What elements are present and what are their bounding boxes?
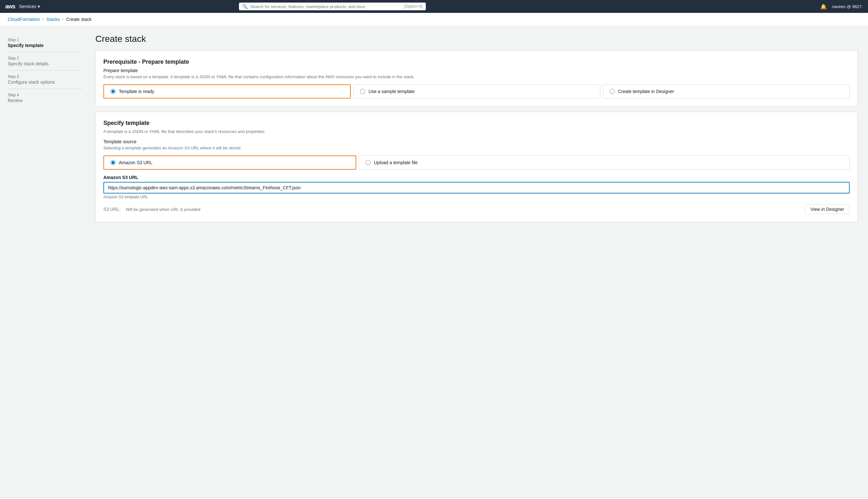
- source-label: Template source: [104, 139, 849, 144]
- page-title: Create stack: [95, 34, 858, 44]
- radio-sample-template[interactable]: [360, 89, 365, 94]
- option-upload[interactable]: Upload a template file: [359, 156, 849, 170]
- url-label: Amazon S3 URL: [104, 175, 849, 180]
- prerequisite-card: Prerequisite - Prepare template Prepare …: [95, 50, 858, 107]
- search-shortcut: [Option+S]: [404, 4, 423, 9]
- specify-template-title: Specify template: [104, 120, 849, 126]
- view-in-designer-button[interactable]: View in Designer: [805, 204, 849, 214]
- label-sample-template: Use a sample template: [369, 89, 414, 94]
- url-hint: Amazon S3 template URL: [104, 195, 849, 199]
- breadcrumb-stacks[interactable]: Stacks: [46, 17, 60, 22]
- breadcrumb-cloudformation[interactable]: CloudFormation: [8, 17, 40, 22]
- radio-template-ready[interactable]: [110, 89, 116, 94]
- radio-s3-url[interactable]: [110, 160, 116, 165]
- services-button[interactable]: Services ▾: [19, 4, 40, 9]
- source-hint: Selecting a template generates an Amazon…: [104, 146, 849, 150]
- breadcrumb-current: Create stack: [67, 17, 92, 22]
- sidebar-step-3: Step 3 Configure stack options: [8, 71, 83, 89]
- label-template-ready: Template is ready: [119, 89, 154, 94]
- bell-icon[interactable]: 🔔: [820, 3, 827, 10]
- sidebar-step-4: Step 4 Review: [8, 89, 83, 107]
- breadcrumb-sep-1: ›: [43, 17, 44, 22]
- aws-logo-text: aws: [5, 3, 15, 10]
- breadcrumb: CloudFormation › Stacks › Create stack: [0, 13, 868, 26]
- prepare-template-label: Prepare template: [104, 68, 849, 73]
- option-designer[interactable]: Create template in Designer: [603, 84, 849, 98]
- search-icon: 🔍: [242, 4, 248, 9]
- label-designer: Create template in Designer: [618, 89, 674, 94]
- sidebar: Step 1 Specify template Step 2 Specify s…: [0, 26, 90, 498]
- specify-template-desc: A template is a JSON or YAML file that d…: [104, 129, 849, 134]
- aws-logo: aws: [5, 3, 15, 10]
- breadcrumb-sep-2: ›: [62, 17, 64, 22]
- source-options-row: Amazon S3 URL Upload a template file: [104, 156, 849, 170]
- option-sample-template[interactable]: Use a sample template: [353, 84, 600, 98]
- option-template-ready[interactable]: Template is ready: [104, 84, 351, 98]
- main-layout: Step 1 Specify template Step 2 Specify s…: [0, 26, 868, 498]
- prepare-template-desc: Every stack is based on a template. A te…: [104, 74, 849, 79]
- top-navigation: aws Services ▾ 🔍 [Option+S] 🔔 naveen @ 9…: [0, 0, 868, 13]
- chevron-down-icon: ▾: [38, 4, 40, 9]
- s3-url-static-label: S3 URL:: [104, 207, 120, 212]
- label-s3-url: Amazon S3 URL: [119, 160, 152, 165]
- s3-url-input[interactable]: [104, 182, 849, 194]
- sidebar-step-2: Step 2 Specify stack details: [8, 52, 83, 71]
- s3-url-generated-value: Will be generated when URL is provided: [125, 207, 800, 212]
- prepare-template-options: Template is ready Use a sample template …: [104, 84, 849, 98]
- search-bar: 🔍 [Option+S]: [239, 3, 426, 10]
- main-content: Create stack Prerequisite - Prepare temp…: [90, 26, 868, 498]
- label-upload: Upload a template file: [374, 160, 418, 165]
- prerequisite-title: Prerequisite - Prepare template: [104, 59, 849, 65]
- specify-template-card: Specify template A template is a JSON or…: [95, 112, 858, 222]
- radio-upload[interactable]: [365, 160, 371, 165]
- footer: Cancel Next: [0, 498, 868, 499]
- user-label: naveen @ 9827-: [832, 4, 863, 9]
- search-input[interactable]: [250, 4, 402, 9]
- option-s3-url[interactable]: Amazon S3 URL: [104, 156, 356, 170]
- s3-url-row: S3 URL: Will be generated when URL is pr…: [104, 204, 849, 214]
- nav-right: 🔔 naveen @ 9827-: [820, 3, 863, 10]
- url-input-group: Amazon S3 URL Amazon S3 template URL: [104, 175, 849, 199]
- radio-designer[interactable]: [610, 89, 615, 94]
- sidebar-step-1: Step 1 Specify template: [8, 34, 83, 52]
- services-label: Services: [19, 4, 36, 9]
